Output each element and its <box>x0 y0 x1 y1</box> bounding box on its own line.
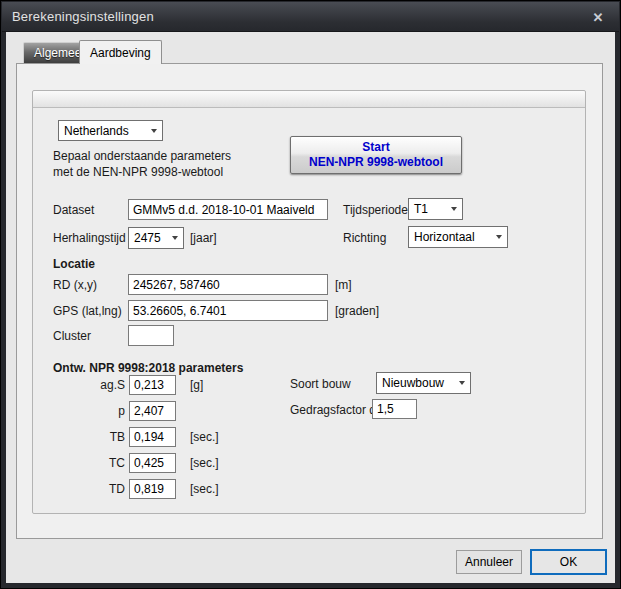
herhalingstijd-select[interactable]: 2475 <box>128 227 184 249</box>
richting-select-value: Horizontaal <box>414 230 475 244</box>
ok-button[interactable]: OK <box>530 549 607 575</box>
tc-unit: [sec.] <box>190 456 219 470</box>
td-unit: [sec.] <box>190 482 219 496</box>
cluster-input[interactable] <box>128 325 174 346</box>
start-webtool-button[interactable]: Start NEN-NPR 9998-webtool <box>290 136 462 174</box>
tab-panel-aardbeving: Netherlands Bepaal onderstaande paramete… <box>16 63 603 539</box>
group-header-strip <box>33 91 585 108</box>
tijdsperiode-select-value: T1 <box>414 202 428 216</box>
richting-select[interactable]: Horizontaal <box>408 226 508 248</box>
chevron-down-icon <box>172 236 178 240</box>
herhalingstijd-label: Herhalingstijd <box>53 231 126 245</box>
cancel-button[interactable]: Annuleer <box>456 550 522 574</box>
tijdsperiode-select[interactable]: T1 <box>408 198 463 220</box>
start-webtool-button-line1: Start <box>362 140 389 155</box>
td-input[interactable] <box>129 479 176 499</box>
gedragsfactor-input[interactable] <box>372 399 417 419</box>
gps-input[interactable] <box>128 300 328 321</box>
title-bar[interactable]: Berekeningsinstellingen ✕ <box>2 2 619 32</box>
tb-unit: [sec.] <box>190 430 219 444</box>
td-label: TD <box>53 482 125 496</box>
herhalingstijd-select-value: 2475 <box>134 231 161 245</box>
gps-unit: [graden] <box>335 304 379 318</box>
rd-unit: [m] <box>335 278 352 292</box>
settings-group-box: Netherlands Bepaal onderstaande paramete… <box>32 90 586 514</box>
tc-input[interactable] <box>129 453 176 473</box>
country-select-value: Netherlands <box>64 124 129 138</box>
herhalingstijd-unit: [jaar] <box>190 231 217 245</box>
p-label: p <box>53 404 125 418</box>
webtool-hint-line1: Bepaal onderstaande parameters <box>53 149 231 163</box>
tb-label: TB <box>53 430 125 444</box>
webtool-hint-line2: met de NEN-NPR 9998-webtool <box>53 165 223 179</box>
dialog-body: Algemeen Aardbeving Netherlands Bepaal o… <box>6 32 615 583</box>
ag-s-label: ag.S <box>53 378 125 392</box>
tab-aardbeving-label: Aardbeving <box>90 46 151 60</box>
tab-aardbeving[interactable]: Aardbeving <box>79 40 162 64</box>
chevron-down-icon <box>451 207 457 211</box>
npr-heading: Ontw. NPR 9998:2018 parameters <box>53 361 243 375</box>
rd-input[interactable] <box>128 274 328 295</box>
dataset-label: Dataset <box>53 203 94 217</box>
locatie-heading: Locatie <box>53 257 95 271</box>
close-icon[interactable]: ✕ <box>585 2 611 32</box>
tijdsperiode-label: Tijdsperiode <box>343 203 408 217</box>
chevron-down-icon <box>459 381 465 385</box>
dialog-window: Berekeningsinstellingen ✕ Algemeen Aardb… <box>0 0 621 589</box>
richting-label: Richting <box>343 231 386 245</box>
country-select[interactable]: Netherlands <box>58 120 163 141</box>
p-input[interactable] <box>129 401 176 421</box>
gedragsfactor-label: Gedragsfactor q <box>290 403 376 417</box>
dataset-input[interactable] <box>128 199 328 220</box>
ok-button-label: OK <box>560 555 577 569</box>
ag-s-input[interactable] <box>129 375 176 395</box>
tc-label: TC <box>53 456 125 470</box>
soort-bouw-select-value: Nieuwbouw <box>382 376 444 390</box>
ag-s-unit: [g] <box>190 378 203 392</box>
dialog-title: Berekeningsinstellingen <box>2 9 154 24</box>
cluster-label: Cluster <box>53 329 91 343</box>
gps-label: GPS (lat,lng) <box>53 304 122 318</box>
tb-input[interactable] <box>129 427 176 447</box>
soort-bouw-label: Soort bouw <box>290 377 351 391</box>
chevron-down-icon <box>496 235 502 239</box>
chevron-down-icon <box>151 129 157 133</box>
cancel-button-label: Annuleer <box>465 555 513 569</box>
soort-bouw-select[interactable]: Nieuwbouw <box>376 372 471 394</box>
start-webtool-button-line2: NEN-NPR 9998-webtool <box>309 155 443 170</box>
rd-label: RD (x,y) <box>53 278 97 292</box>
